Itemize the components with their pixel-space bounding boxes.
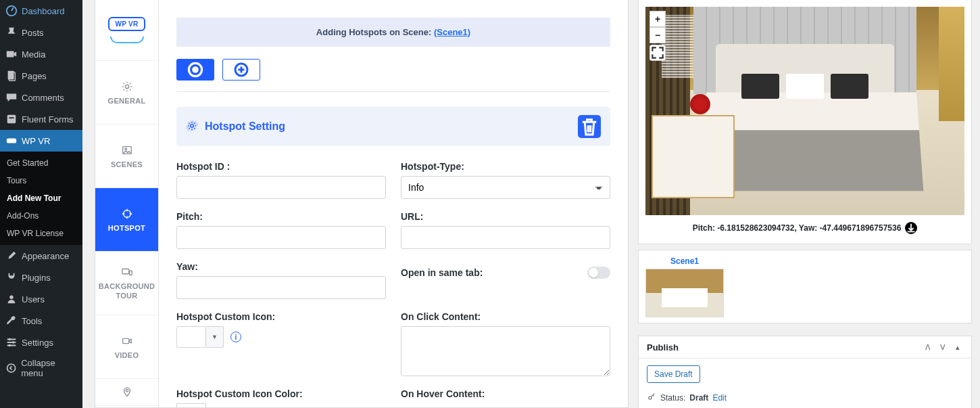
sub-add-new-tour[interactable]: Add New Tour bbox=[0, 189, 82, 207]
sub-tours[interactable]: Tours bbox=[0, 172, 82, 189]
menu-label: Tools bbox=[22, 316, 42, 326]
sub-license[interactable]: WP VR License bbox=[0, 225, 82, 242]
tab-scenes[interactable]: SCENES bbox=[95, 124, 158, 188]
sub-get-started[interactable]: Get Started bbox=[0, 154, 82, 172]
sub-addons[interactable]: Add-Ons bbox=[0, 207, 82, 225]
menu-label: Posts bbox=[22, 28, 44, 38]
panel-toggle-button[interactable]: ▴ bbox=[952, 342, 963, 353]
menu-comments[interactable]: Comments bbox=[0, 87, 82, 108]
menu-posts[interactable]: Posts bbox=[0, 22, 82, 43]
input-hotspot-id[interactable] bbox=[176, 176, 386, 199]
menu-label: Dashboard bbox=[22, 6, 65, 16]
add-hotspot-button[interactable] bbox=[222, 59, 260, 81]
tab-background-tour[interactable]: BACKGROUND TOUR bbox=[95, 252, 158, 315]
color-swatch[interactable] bbox=[176, 403, 206, 407]
menu-label: Pages bbox=[22, 71, 47, 81]
delete-hotspot-button[interactable] bbox=[578, 115, 601, 138]
wpvr-submenu: Get Started Tours Add New Tour Add-Ons W… bbox=[0, 152, 82, 245]
label-open-same-tab: Open in same tab: bbox=[401, 267, 483, 278]
form-icon bbox=[5, 113, 18, 125]
info-icon[interactable]: i bbox=[230, 332, 241, 342]
panel-down-button[interactable]: ᐯ bbox=[937, 342, 948, 353]
hotspot-setting-header: Hotspot Setting bbox=[176, 107, 610, 146]
editor-card: WP VR GENERAL SCENES HOTSPOT BACKGROUND … bbox=[95, 0, 629, 408]
zoom-in-button[interactable]: + bbox=[650, 11, 666, 27]
apply-pitch-yaw-button[interactable] bbox=[905, 222, 917, 234]
tab-more[interactable] bbox=[95, 379, 158, 406]
menu-dashboard[interactable]: Dashboard bbox=[0, 0, 82, 22]
svg-rect-18 bbox=[122, 338, 128, 343]
tab-general[interactable]: GENERAL bbox=[95, 61, 158, 124]
textarea-on-click[interactable] bbox=[401, 326, 610, 376]
dot-circle-icon bbox=[176, 59, 214, 81]
vr-preview[interactable]: + − bbox=[645, 7, 964, 215]
label-on-click: On Click Content: bbox=[401, 311, 610, 322]
hotspot-form: Hotspot ID : Hotspot-Type: Info Pitch: U… bbox=[176, 161, 610, 407]
banner-scene-link[interactable]: (Scene1) bbox=[434, 27, 470, 37]
editor-content: Adding Hotspots on Scene: (Scene1) Hotsp… bbox=[159, 0, 628, 407]
svg-point-14 bbox=[124, 148, 126, 150]
pin-icon bbox=[5, 26, 18, 39]
icon-picker-dropdown[interactable]: ▼ bbox=[206, 326, 224, 348]
tab-label: VIDEO bbox=[115, 351, 139, 359]
image-icon bbox=[121, 144, 133, 156]
menu-label: Users bbox=[22, 294, 45, 304]
current-hotspot-button[interactable] bbox=[176, 59, 214, 81]
tab-hotspot[interactable]: HOTSPOT bbox=[95, 188, 158, 252]
toggle-open-same-tab[interactable] bbox=[587, 267, 610, 279]
label-on-hover: On Hover Content: bbox=[401, 388, 610, 399]
hotspot-tab-buttons bbox=[176, 59, 610, 81]
menu-wpvr[interactable]: WP VR bbox=[0, 130, 82, 152]
status-row: Status: Draft Edit bbox=[647, 390, 963, 405]
publish-header: Publish ᐱ ᐯ ▴ bbox=[639, 336, 971, 359]
sliders-icon bbox=[5, 336, 18, 348]
input-url[interactable] bbox=[401, 226, 610, 249]
menu-settings[interactable]: Settings bbox=[0, 332, 82, 353]
menu-label: WP VR bbox=[22, 136, 50, 146]
input-pitch[interactable] bbox=[176, 226, 386, 249]
menu-appearance[interactable]: Appearance bbox=[0, 245, 82, 267]
menu-label: Plugins bbox=[22, 273, 51, 283]
menu-tools[interactable]: Tools bbox=[0, 310, 82, 332]
svg-rect-6 bbox=[7, 138, 16, 143]
menu-users[interactable]: Users bbox=[0, 288, 82, 310]
label-hotspot-type: Hotspot-Type: bbox=[401, 161, 610, 172]
tab-logo[interactable]: WP VR bbox=[95, 0, 158, 61]
tab-label: HOTSPOT bbox=[108, 224, 145, 232]
panel-up-button[interactable]: ᐱ bbox=[923, 342, 933, 353]
brush-icon bbox=[5, 250, 18, 262]
menu-media[interactable]: Media bbox=[0, 43, 82, 65]
menu-collapse[interactable]: Collapse menu bbox=[0, 353, 82, 383]
menu-label: Comments bbox=[22, 93, 64, 103]
status-edit-link[interactable]: Edit bbox=[712, 393, 727, 403]
status-label: Status: bbox=[660, 393, 685, 403]
svg-point-10 bbox=[9, 344, 11, 347]
icon-picker[interactable] bbox=[176, 326, 206, 348]
label-custom-icon: Hotspot Custom Icon: bbox=[176, 311, 386, 322]
visibility-row: Visibility: Public Edit bbox=[647, 405, 963, 408]
scene-thumb[interactable]: Scene1 bbox=[645, 256, 724, 317]
zoom-out-button[interactable]: − bbox=[650, 27, 666, 43]
fullscreen-button[interactable] bbox=[650, 45, 666, 61]
save-draft-button[interactable]: Save Draft bbox=[647, 365, 700, 383]
svg-point-8 bbox=[9, 338, 11, 341]
menu-label: Fluent Forms bbox=[22, 114, 74, 124]
arrow-down-icon bbox=[905, 222, 917, 234]
tab-label: BACKGROUND TOUR bbox=[99, 282, 155, 300]
label-icon-color: Hotspot Custom Icon Color: bbox=[176, 388, 386, 399]
scene-banner: Adding Hotspots on Scene: (Scene1) bbox=[176, 18, 610, 47]
scene-thumb-image bbox=[645, 269, 724, 317]
tab-video[interactable]: VIDEO bbox=[95, 315, 158, 379]
menu-pages[interactable]: Pages bbox=[0, 65, 82, 87]
select-hotspot-type[interactable]: Info bbox=[401, 176, 610, 199]
pitch-yaw-text: Pitch: -6.181528623094732, Yaw: -47.4496… bbox=[693, 223, 902, 233]
comment-icon bbox=[5, 91, 18, 104]
banner-prefix: Adding Hotspots on Scene: bbox=[316, 27, 434, 37]
field-on-click: On Click Content: bbox=[401, 311, 610, 376]
input-yaw[interactable] bbox=[176, 276, 386, 299]
preview-panel: + − Pitch: -6.181528623094732, Yaw: -47.… bbox=[638, 0, 972, 408]
menu-plugins[interactable]: Plugins bbox=[0, 267, 82, 288]
fullscreen-icon bbox=[650, 45, 665, 60]
plug-icon bbox=[5, 271, 18, 284]
menu-fluent-forms[interactable]: Fluent Forms bbox=[0, 108, 82, 130]
